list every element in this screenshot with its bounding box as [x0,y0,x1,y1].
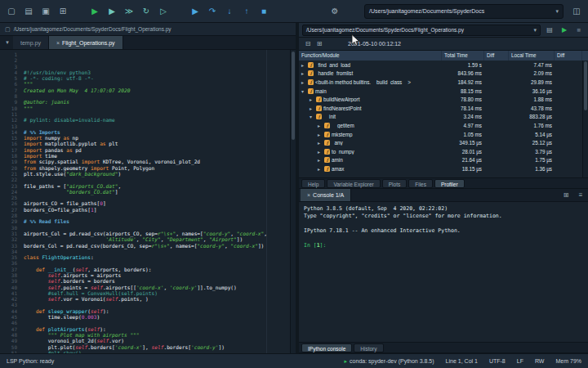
local-time-value: 2.09 ms [509,70,555,76]
tab-profiler[interactable]: Profiler [434,179,465,188]
profiler-row-amax[interactable]: ▸famax18.15 µs1.36 µs [299,164,588,173]
rerun-cell-icon[interactable]: ↻ [140,4,153,19]
step-into-icon[interactable]: ↓ [223,4,236,19]
chevron-down-icon[interactable]: ▾ [555,8,559,15]
browse-tabs-icon[interactable]: ▾ [2,36,13,49]
preferences-icon[interactable]: ⚙ [328,4,341,19]
run-cell-icon[interactable]: ▶ [105,4,118,19]
collapse-icon[interactable]: ▾ [310,114,314,119]
select-file-icon[interactable]: ▤ [544,25,555,36]
expand-icon[interactable]: ▸ [301,79,306,85]
expand-icon[interactable]: ▸ [318,123,323,128]
profiler-scrollbar-thumb[interactable] [584,61,587,110]
profiler-row-mkstemp[interactable]: ▸fmkstemp1.05 ms5.14 µs [299,130,588,139]
profiler-row-find-and-load[interactable]: ▸f_find_and_load1.59 s7.47 ms [299,61,588,70]
line-number: 23 [0,183,17,189]
new-console-icon[interactable]: ⊞ [560,190,572,201]
function-name: mkstemp [332,132,353,137]
line-number: 36 [0,260,17,266]
close-icon[interactable]: × [307,192,310,198]
collapse-icon[interactable]: ▾ [301,88,306,94]
console-output[interactable]: Python 3.8.5 (default, Sep 4 2020, 02:22… [299,202,588,342]
profiler-row-init[interactable]: ▾f__init__3.24 ms883.28 µs [299,113,588,122]
console-bottom-tabs: IPython consoleHistory [299,342,588,353]
working-directory-combo[interactable]: /Users/juanitagomez/Documents/SpyderDocs… [364,4,564,19]
code-line: time.sleep(0.003) [24,314,290,320]
profiler-row-built-in-method-builtins-build-class[interactable]: ▸f<built-in method builtins.__build_clas… [299,78,588,87]
debug-icon[interactable]: ▶ [189,4,202,19]
editor-scrollbar[interactable] [290,50,296,353]
expand-icon[interactable]: ▸ [318,140,323,146]
expand-all-icon[interactable]: ⊞ [314,38,325,50]
console-line: IPython 7.18.1 -- An enhanced Interactiv… [304,227,583,235]
profiler-row-main[interactable]: ▾fmain88.15 ms36.16 µs [299,87,588,96]
column-header-diff[interactable]: Diff [555,51,582,61]
tab-ipython-console[interactable]: IPython console [301,343,352,352]
line-number: 40 [0,285,17,290]
tab-help[interactable]: Help [301,179,325,188]
run-selection-icon[interactable]: ▷ [157,4,170,19]
editor-scrollbar-thumb[interactable] [292,52,295,140]
column-header-total-time[interactable]: Total Time [442,51,484,61]
collapse-all-icon[interactable]: ⊟ [302,38,314,50]
editor-tab-temp-py[interactable]: temp.py [13,36,49,49]
profile-stop-icon[interactable]: ■ [573,25,585,36]
expand-icon[interactable]: ▸ [310,96,314,102]
editor-tab-flight-operations-py[interactable]: ×Flight_Operations.py [49,36,123,49]
expand-icon[interactable]: ▸ [318,166,323,172]
editor-code[interactable]: #!/usr/bin/env python3# -*- coding: utf-… [21,50,290,353]
save-icon[interactable]: ▣ [39,4,52,19]
profiler-row-any[interactable]: ▸f_any349.15 µs25.12 µs [299,138,588,147]
tab-files[interactable]: Files [408,179,433,188]
tab-variable-explorer[interactable]: Variable Explorer [327,179,380,188]
toolbar-group: ▶▶≫↻▷ [88,4,174,19]
tab-history[interactable]: History [354,343,383,352]
profiler-row-to-numpy[interactable]: ▸fto_numpy28.01 µs3.79 µs [299,147,588,156]
run-cell-advance-icon[interactable]: ≫ [122,4,136,19]
options-menu-icon[interactable]: ≡ [575,190,586,201]
code-line: """ Plot map with airports """ [24,332,290,338]
open-file-icon[interactable]: ▤ [22,4,35,19]
new-file-icon[interactable]: ▢ [5,4,18,19]
layout-icon[interactable]: ◫ [570,4,583,19]
step-return-icon[interactable]: ↑ [240,4,253,19]
line-number: 43 [0,302,17,307]
line-number: 46 [0,320,17,325]
step-over-icon[interactable]: ↷ [206,4,219,19]
profiler-row-amin[interactable]: ▸famin21.64 µs1.75 µs [299,156,588,165]
expand-icon[interactable]: ▸ [318,157,323,163]
expand-icon[interactable]: ▸ [301,62,306,68]
chevron-down-icon[interactable]: ▾ [533,27,537,34]
profiler-row-handle-fromlist[interactable]: ▸f_handle_fromlist843.96 ms2.09 ms [299,70,588,79]
profiler-row-buildnewairport[interactable]: ▸fbuildNewAirport78.80 ms1.88 ms [299,95,588,104]
profile-run-icon[interactable]: ▶ [559,25,570,36]
code-editor[interactable]: 1234567891011121314151617181920212223242… [0,50,296,353]
total-time-value: 78.80 ms [442,96,484,102]
profiler-table[interactable]: ▸f_find_and_load1.59 s7.47 ms▸f_handle_f… [299,61,588,177]
column-header-function-module[interactable]: Function/Module [299,51,442,61]
function-name: to_numpy [332,149,354,155]
profiler-file-combo[interactable]: /Users/juanitagomez/Documents/SpyderDocs… [302,25,541,36]
profiler-table-header[interactable]: Function/ModuleTotal TimeDiffLocal TimeD… [299,51,588,61]
column-header-diff[interactable]: Diff [484,51,509,61]
run-icon[interactable]: ▶ [88,4,101,19]
memory-status-label: Mem 79% [555,358,581,364]
profiler-scrollbar[interactable] [582,61,588,177]
expand-icon[interactable]: ▸ [318,149,323,155]
column-header-local-time[interactable]: Local Time [509,51,555,61]
cursor-position-label: Line 1, Col 1 [446,358,478,364]
file-icon: ▢ [5,26,11,33]
tab-plots[interactable]: Plots [382,179,407,188]
expand-icon[interactable]: ▸ [318,132,323,137]
stop-icon[interactable]: ■ [257,4,270,19]
expand-icon[interactable]: ▸ [310,105,314,111]
code-line: 'Altitude', "City", "Department", "Airpo… [24,236,290,242]
code-line: from scipy.spatial import KDTree, Vorono… [24,159,290,164]
function-icon: f [324,157,330,163]
close-tab-icon[interactable]: × [56,40,60,46]
save-all-icon[interactable]: ⊞ [56,4,69,19]
profiler-row-getitem[interactable]: ▸f__getitem__4.97 ms1.76 ms [299,121,588,130]
profiler-row-findnearestpoint[interactable]: ▸ffindNearestPoint78.14 ms43.78 ms [299,104,588,113]
console-tab[interactable]: × Console 1/A [301,189,351,201]
expand-icon[interactable]: ▸ [301,70,306,76]
